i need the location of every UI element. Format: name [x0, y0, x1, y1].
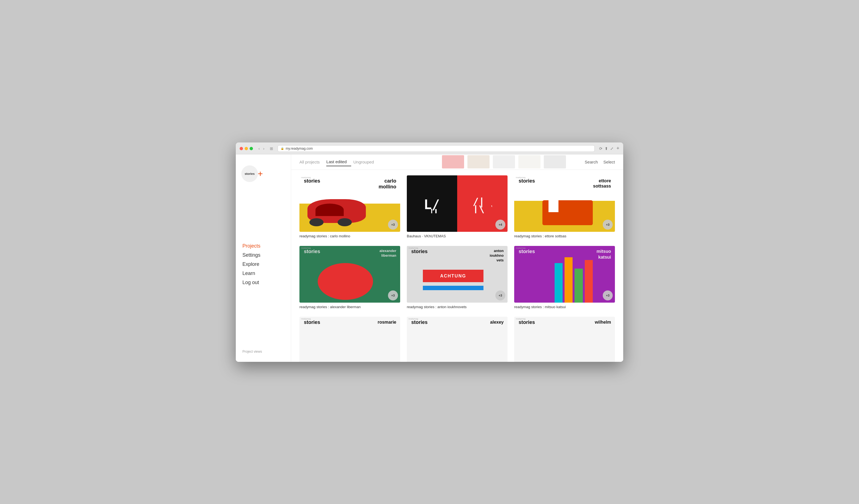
browser-chrome: ‹ › ⊞ 🔒 my.readymag.com ⟳ ⬆ ⤢ +: [236, 142, 623, 154]
sidebar-item-logout[interactable]: Log out: [242, 279, 284, 286]
rosmarie-name: rosmarie: [377, 320, 396, 325]
bauhaus-left: L/ _|L: [407, 175, 457, 232]
close-button[interactable]: [240, 147, 243, 150]
bauhaus-right-glyph: /| -| |\ \|: [473, 194, 492, 213]
anton-name: antonioukhnovets: [489, 249, 504, 263]
anton-badge: +3: [495, 290, 505, 301]
mitsuo-stripe1: [555, 263, 563, 303]
car-cockpit: [316, 203, 344, 216]
liberman-badge: +3: [388, 290, 398, 301]
project-thumb-carlo-mollino: readymag stories carlomollino +3: [299, 175, 400, 232]
sidebar-toggle-button[interactable]: ⊞: [268, 146, 275, 151]
new-tab-button[interactable]: +: [616, 146, 619, 151]
mitsuo-name: mitsuokatsui: [597, 249, 611, 260]
project-card-anton-ioukhnovets[interactable]: readymag stories antonioukhnovets ACHTUN…: [407, 246, 508, 309]
nav-links: Projects Settings Explore Learn Log out: [236, 237, 291, 292]
mitsuo-stripe4: [585, 260, 593, 303]
top-actions: Search Select: [585, 159, 615, 164]
featured-thumb-5: [544, 155, 566, 168]
projects-grid: readymag stories carlomollino +3 r: [291, 170, 623, 362]
mitsuo-stripe2: [564, 257, 573, 303]
featured-thumb-1: [442, 155, 464, 168]
project-card-bauhaus[interactable]: L/ _|L /| -| |\ \| +4: [407, 175, 508, 239]
browser-actions: ⟳ ⬆ ⤢: [599, 146, 614, 151]
project-card-alexander-liberman[interactable]: readymag stories alexanderliberman +3 re…: [299, 246, 400, 309]
sidebar-item-settings[interactable]: Settings: [242, 251, 284, 259]
select-button[interactable]: Select: [603, 159, 615, 164]
tab-all-projects[interactable]: All projects: [299, 158, 324, 166]
featured-thumb-3: [493, 155, 515, 168]
alexey-name: alexey: [490, 320, 504, 325]
share-button[interactable]: ⬆: [605, 146, 608, 151]
anton-title: stories: [411, 249, 427, 255]
url-bar[interactable]: 🔒 my.readymag.com: [277, 145, 595, 152]
main-content[interactable]: All projects Last edited Ungrouped Searc…: [291, 154, 623, 362]
project-thumb-alexey: readymag stories alexey: [407, 317, 508, 362]
mitsuo-title: stories: [518, 249, 535, 255]
car-wheel-front: [310, 218, 323, 226]
project-views-label: Project views: [236, 347, 291, 356]
liberman-label: readymag stories : alexander liberman: [299, 305, 400, 309]
svg-text:|\ \|: |\ \|: [473, 203, 492, 213]
project-thumb-mitsuo-katsui: readymag stories mitsuokatsui +3: [514, 246, 615, 303]
mitsuo-stripe3: [574, 269, 583, 303]
sidebar-item-projects[interactable]: Projects: [242, 242, 284, 250]
liberman-circle: [318, 263, 373, 300]
project-card-wilhelm[interactable]: readymag stories wilhelm readymag storie…: [514, 317, 615, 362]
anton-achtung-bar: ACHTUNG: [423, 270, 483, 282]
carlo-badge: +3: [388, 220, 398, 230]
project-card-mitsuo-katsui[interactable]: readymag stories mitsuokatsui +3 readyma…: [514, 246, 615, 309]
back-button[interactable]: ‹: [257, 146, 261, 151]
search-button[interactable]: Search: [585, 159, 598, 164]
minimize-button[interactable]: [245, 147, 248, 150]
bauhaus-label: Bauhaus · VKhUTEMAS: [407, 234, 508, 238]
maximize-button[interactable]: [250, 147, 253, 150]
project-card-carlo-mollino[interactable]: readymag stories carlomollino +3 r: [299, 175, 400, 239]
carlo-title: stories: [304, 178, 320, 184]
logo-text: stories: [245, 172, 255, 175]
mitsuo-badge: +3: [603, 290, 613, 301]
logo-area: stories +: [236, 160, 291, 182]
ettore-badge: +3: [603, 220, 613, 230]
featured-thumb-2: [467, 155, 489, 168]
featured-thumb-4: [518, 155, 541, 168]
browser-window: ‹ › ⊞ 🔒 my.readymag.com ⟳ ⬆ ⤢ + stories …: [236, 142, 623, 362]
project-thumb-rosmarie: readymag stories rosmarie: [299, 317, 400, 362]
project-card-alexey[interactable]: readymag stories alexey readymag stories…: [407, 317, 508, 362]
logo-plus-icon: +: [258, 169, 263, 178]
reload-button[interactable]: ⟳: [599, 146, 602, 151]
wilhelm-title: stories: [518, 320, 535, 325]
wilhelm-name: wilhelm: [595, 320, 611, 325]
lock-icon: 🔒: [281, 147, 284, 150]
sidebar-item-explore[interactable]: Explore: [242, 261, 284, 268]
alexey-title: stories: [411, 320, 427, 325]
ettore-name: ettoresottsass: [593, 178, 611, 189]
bauhaus-badge: +4: [495, 220, 505, 230]
bauhaus-left-glyph: L/ _|L: [422, 194, 442, 213]
traffic-lights: [240, 147, 253, 150]
anton-blue-strip: [423, 286, 483, 290]
mitsuo-katsui-label: readymag stories : mitsuo katsui: [514, 305, 615, 309]
achtung-text: ACHTUNG: [440, 274, 466, 278]
project-card-rosmarie[interactable]: readymag stories rosmarie readymag stori…: [299, 317, 400, 362]
project-thumb-ettore-sottsass: readymag stories ettoresottsass +3: [514, 175, 615, 232]
liberman-name: alexanderliberman: [379, 249, 396, 258]
fullscreen-button[interactable]: ⤢: [610, 146, 614, 151]
tab-ungrouped[interactable]: Ungrouped: [353, 158, 378, 166]
forward-button[interactable]: ›: [262, 146, 266, 151]
project-card-ettore-sottsass[interactable]: readymag stories ettoresottsass +3 ready…: [514, 175, 615, 239]
tab-last-edited[interactable]: Last edited: [326, 158, 351, 166]
tab-navigation: All projects Last edited Ungrouped: [299, 158, 436, 166]
project-thumb-bauhaus: L/ _|L /| -| |\ \| +4: [407, 175, 508, 232]
sidebar-item-learn[interactable]: Learn: [242, 270, 284, 277]
nav-arrows: ‹ ›: [257, 146, 266, 151]
carlo-name: carlomollino: [379, 178, 396, 190]
liberman-title: stories: [304, 249, 320, 255]
rosmarie-title: stories: [304, 320, 320, 325]
logo[interactable]: stories +: [241, 165, 258, 182]
carlo-mollino-label: readymag stories : carlo mollino: [299, 234, 400, 238]
url-text: my.readymag.com: [286, 147, 313, 151]
typewriter-paper: [548, 196, 558, 212]
project-thumb-anton-ioukhnovets: readymag stories antonioukhnovets ACHTUN…: [407, 246, 508, 303]
ettore-title: stories: [518, 178, 535, 184]
